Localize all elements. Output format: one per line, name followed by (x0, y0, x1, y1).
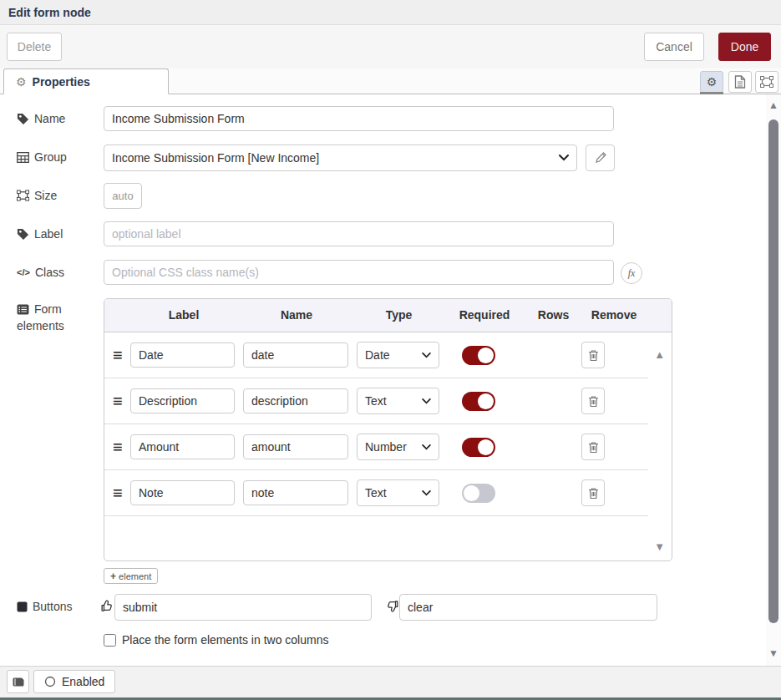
submit-button-label-input[interactable] (114, 594, 372, 621)
form-elements-body: ≡ Date ≡ Text ≡ Number (104, 332, 672, 561)
element-name-input[interactable] (243, 434, 348, 459)
gear-icon: ⚙ (707, 76, 718, 88)
element-type-select[interactable]: Text (357, 388, 439, 414)
document-icon (734, 75, 746, 89)
form-elements-table-header: Label Name Type Required Rows Remove (104, 299, 672, 332)
element-type-select[interactable]: Text (357, 479, 439, 506)
delete-button[interactable]: Delete (7, 33, 62, 61)
table-scroll-down-icon[interactable]: ▼ (654, 541, 665, 552)
column-header: Label (138, 308, 230, 322)
drag-handle-icon[interactable]: ≡ (113, 346, 123, 365)
done-button[interactable]: Done (718, 33, 771, 61)
form-element-row: ≡ Number (104, 424, 648, 470)
column-header: Required (447, 308, 522, 322)
required-toggle[interactable] (462, 484, 495, 503)
delete-element-button[interactable] (581, 479, 605, 506)
scroll-down-icon[interactable]: ▼ (768, 648, 778, 658)
two-columns-label: Place the form elements in two columns (122, 633, 328, 647)
cancel-button[interactable]: Cancel (644, 33, 704, 61)
add-element-button[interactable]: + element (104, 568, 158, 584)
tab-properties-label: Properties (33, 75, 90, 89)
book-icon (13, 677, 24, 687)
drag-handle-icon[interactable]: ≡ (113, 392, 123, 411)
name-field-label: Name (17, 112, 65, 125)
required-toggle[interactable] (462, 392, 495, 411)
form-element-row: ≡ Text (104, 378, 648, 424)
chevron-down-icon (422, 398, 431, 404)
element-label-input[interactable] (130, 342, 235, 368)
delete-element-button[interactable] (581, 342, 605, 368)
gear-icon: ⚙ (16, 76, 27, 88)
element-name-input[interactable] (243, 388, 348, 413)
form-elements-label: Form (17, 302, 62, 316)
chevron-down-icon (559, 155, 569, 161)
element-name-input[interactable] (243, 342, 348, 368)
drag-handle-icon[interactable]: ≡ (113, 484, 123, 503)
thumbs-up-icon (100, 599, 114, 613)
table-icon (17, 152, 29, 163)
appearance-pane-button[interactable] (755, 71, 778, 93)
object-group-icon (760, 76, 773, 88)
thumbs-down-icon (385, 599, 399, 613)
group-select[interactable]: Income Submission Form [New Income] (104, 145, 577, 171)
delete-element-button[interactable] (581, 388, 605, 414)
description-pane-button[interactable] (728, 71, 752, 93)
required-toggle[interactable] (462, 438, 495, 457)
list-alt-icon (17, 304, 29, 315)
element-type-select[interactable]: Number (357, 434, 439, 460)
scrollbar-thumb[interactable] (768, 119, 778, 623)
delete-element-button[interactable] (581, 434, 605, 460)
action-bar: Delete Cancel Done (0, 25, 781, 68)
element-label-input[interactable] (130, 480, 235, 505)
size-auto-button[interactable]: auto (104, 183, 142, 209)
class-input[interactable] (104, 260, 614, 285)
dialog-footer: Enabled (0, 666, 781, 697)
table-scroll-up-icon[interactable]: ▲ (654, 349, 665, 360)
pencil-icon (595, 152, 606, 164)
clear-button-label-input[interactable] (399, 594, 657, 621)
properties-pane: Name Group Income Submission Form [New I… (0, 94, 766, 666)
form-element-row: ≡ Date (104, 332, 648, 378)
form-elements-table: Label Name Type Required Rows Remove ≡ D… (104, 298, 672, 561)
trash-icon (588, 441, 599, 454)
class-fx-button[interactable]: fx (621, 262, 642, 284)
element-label-input[interactable] (130, 388, 235, 413)
trash-icon (588, 395, 599, 408)
scroll-up-icon[interactable]: ▲ (768, 100, 778, 110)
form-element-row: ≡ Text (104, 470, 648, 516)
column-header: Rows (526, 308, 581, 322)
form-elements-label-line2: elements (17, 319, 64, 332)
chevron-down-icon (422, 490, 431, 496)
tag-icon (17, 113, 29, 125)
circle-icon (44, 676, 56, 687)
main-scrollbar: ▲ ▼ (766, 94, 781, 666)
column-header: Type (355, 308, 443, 322)
class-field-label: </> Class (17, 266, 64, 279)
tag-icon (17, 228, 29, 241)
code-icon: </> (17, 267, 30, 277)
label-input[interactable] (104, 221, 614, 246)
plus-icon: + (110, 571, 116, 582)
node-help-button[interactable] (7, 670, 29, 693)
edit-group-button[interactable] (586, 145, 615, 171)
group-field-label: Group (17, 150, 67, 164)
column-header: Remove (585, 308, 643, 322)
name-input[interactable] (104, 106, 614, 131)
size-field-label: Size (17, 189, 57, 202)
two-columns-option: Place the form elements in two columns (104, 633, 328, 647)
label-field-label: Label (17, 227, 63, 241)
trash-icon (588, 487, 599, 500)
tab-properties[interactable]: ⚙ Properties (3, 68, 169, 94)
chevron-down-icon (422, 444, 431, 450)
tab-bar: ⚙ Properties ⚙ (0, 68, 781, 94)
element-name-input[interactable] (243, 480, 348, 505)
element-type-select[interactable]: Date (357, 342, 439, 368)
element-label-input[interactable] (130, 434, 235, 459)
drag-handle-icon[interactable]: ≡ (113, 438, 123, 457)
properties-pane-button[interactable]: ⚙ (700, 71, 723, 93)
trash-icon (588, 349, 599, 362)
two-columns-checkbox[interactable] (104, 634, 116, 647)
node-enabled-toggle[interactable]: Enabled (33, 670, 115, 693)
dialog-header: Edit form node (0, 0, 781, 25)
required-toggle[interactable] (462, 346, 495, 365)
